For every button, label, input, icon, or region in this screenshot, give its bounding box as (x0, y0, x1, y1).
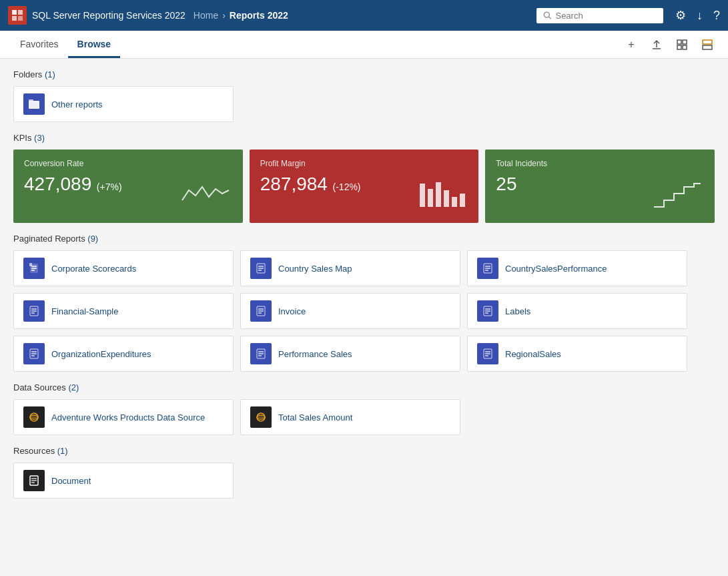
report-name-org-expenditures: OrganizationExpenditures (51, 349, 151, 359)
download-icon[interactable]: ↓ (697, 9, 703, 23)
folders-label: Folders (13, 69, 42, 79)
report-card-performance-sales[interactable]: Performance Sales (240, 336, 460, 372)
settings-icon[interactable]: ⚙ (675, 8, 686, 23)
kpi-incidents-chart (651, 177, 704, 212)
report-card-invoice[interactable]: Invoice (240, 293, 460, 329)
folders-section-header: Folders (1) (13, 69, 715, 79)
svg-rect-27 (29, 263, 32, 266)
detail-view-button[interactable] (697, 35, 717, 55)
report-card-org-expenditures[interactable]: OrganizationExpenditures (13, 336, 234, 372)
incidents-sparkline (651, 177, 704, 210)
tab-favorites[interactable]: Favorites (11, 32, 68, 58)
folder-svg-icon (28, 98, 40, 110)
report-svg-icon9 (482, 348, 493, 359)
app-header: SQL Server Reporting Services 2022 Home … (0, 0, 728, 31)
datasource-card-adventure-works[interactable]: Adventure Works Products Data Source (13, 399, 234, 435)
detail-view-icon (702, 39, 713, 50)
svg-rect-8 (677, 40, 681, 44)
help-icon[interactable]: ? (713, 9, 720, 23)
kpi-conversion-change: (+7%) (97, 182, 122, 192)
report-card-country-sales-map[interactable]: Country Sales Map (240, 250, 460, 286)
report-icon (477, 258, 498, 279)
paginated-count: (9) (87, 234, 98, 244)
svg-rect-17 (420, 184, 425, 207)
report-icon (250, 300, 272, 322)
breadcrumb: Home › Reports 2022 (194, 10, 288, 21)
kpi-conversion-label: Conversion Rate (24, 159, 232, 168)
resource-card-document[interactable]: Document (13, 463, 234, 499)
report-name-invoice: Invoice (278, 306, 306, 316)
svg-rect-2 (12, 16, 17, 21)
kpi-profit-change: (-12%) (333, 182, 361, 192)
app-title: SQL Server Reporting Services 2022 (32, 10, 186, 21)
main-content: Folders (1) Other reports KPIs (3) Conve… (0, 59, 728, 576)
report-svg-icon (29, 263, 39, 274)
report-icon (23, 343, 45, 364)
kpis-label: KPIs (13, 133, 31, 143)
svg-rect-20 (444, 190, 449, 207)
tabs-bar: Favorites Browse + (0, 31, 728, 59)
report-card-corporate-scorecards[interactable]: Corporate Scorecards (13, 250, 234, 286)
app-logo (8, 6, 27, 25)
report-icon (250, 343, 272, 364)
datasource-icon (23, 406, 45, 428)
kpi-card-profit[interactable]: Profit Margin 287,984 (-12%) (250, 150, 479, 223)
report-card-country-sales-performance[interactable]: CountrySalesPerformance (467, 250, 687, 286)
datasources-grid: Adventure Works Products Data Source Tot… (13, 399, 715, 435)
upload-button[interactable] (647, 35, 667, 55)
folder-card-other-reports[interactable]: Other reports (13, 86, 234, 122)
search-input[interactable] (555, 11, 657, 21)
report-card-labels[interactable]: Labels (467, 293, 687, 329)
svg-rect-11 (683, 45, 687, 49)
report-icon (250, 258, 272, 279)
kpi-card-incidents[interactable]: Total Incidents 25 (485, 150, 715, 223)
svg-rect-9 (683, 40, 687, 44)
report-svg-icon4 (29, 306, 39, 316)
kpi-conversion-number: 427,089 (24, 174, 91, 194)
svg-rect-19 (436, 182, 441, 207)
svg-point-4 (544, 12, 549, 17)
datasource-icon (250, 406, 272, 428)
kpis-count: (3) (34, 133, 45, 143)
svg-rect-3 (18, 16, 23, 21)
search-box[interactable] (536, 8, 663, 23)
svg-rect-12 (703, 40, 712, 44)
folder-name-other-reports: Other reports (51, 99, 103, 109)
kpi-profit-label: Profit Margin (260, 159, 468, 168)
breadcrumb-home[interactable]: Home (194, 10, 218, 21)
svg-rect-22 (460, 194, 465, 207)
datasource-name-adventure-works: Adventure Works Products Data Source (51, 412, 205, 422)
report-name-country-sales-performance: CountrySalesPerformance (505, 264, 607, 274)
resource-svg-icon (29, 475, 39, 486)
datasources-section-header: Data Sources (2) (13, 382, 715, 392)
header-icons: ⚙ ↓ ? (675, 8, 720, 23)
tab-browse[interactable]: Browse (68, 32, 121, 58)
new-button[interactable]: + (621, 35, 641, 55)
datasource-svg-icon (29, 412, 39, 422)
datasource-name-total-sales: Total Sales Amount (278, 412, 352, 422)
kpi-incidents-number: 25 (496, 174, 516, 194)
svg-rect-21 (452, 197, 457, 207)
kpi-conversion-chart (179, 177, 232, 212)
paginated-label: Paginated Reports (13, 234, 85, 244)
datasource-svg-icon2 (256, 412, 266, 422)
folder-icon (23, 93, 45, 115)
report-name-country-sales-map: Country Sales Map (278, 264, 352, 274)
report-card-regional-sales[interactable]: RegionalSales (467, 336, 687, 372)
svg-rect-13 (703, 45, 712, 49)
reports-grid: Corporate Scorecards Country Sales Map (13, 250, 715, 372)
report-card-financial-sample[interactable]: Financial-Sample (13, 293, 234, 329)
svg-rect-18 (428, 189, 433, 207)
report-svg-icon8 (256, 348, 266, 359)
report-svg-icon2 (256, 263, 266, 274)
search-icon (543, 11, 551, 20)
paginated-section-header: Paginated Reports (9) (13, 234, 715, 244)
tile-view-button[interactable] (672, 35, 692, 55)
report-name-corporate-scorecards: Corporate Scorecards (51, 264, 136, 274)
kpi-profit-chart (414, 177, 468, 212)
report-icon (477, 300, 498, 322)
tab-actions: + (621, 35, 717, 55)
kpi-card-conversion[interactable]: Conversion Rate 427,089 (+7%) (13, 150, 243, 223)
datasource-card-total-sales[interactable]: Total Sales Amount (240, 399, 460, 435)
svg-line-5 (549, 17, 551, 19)
